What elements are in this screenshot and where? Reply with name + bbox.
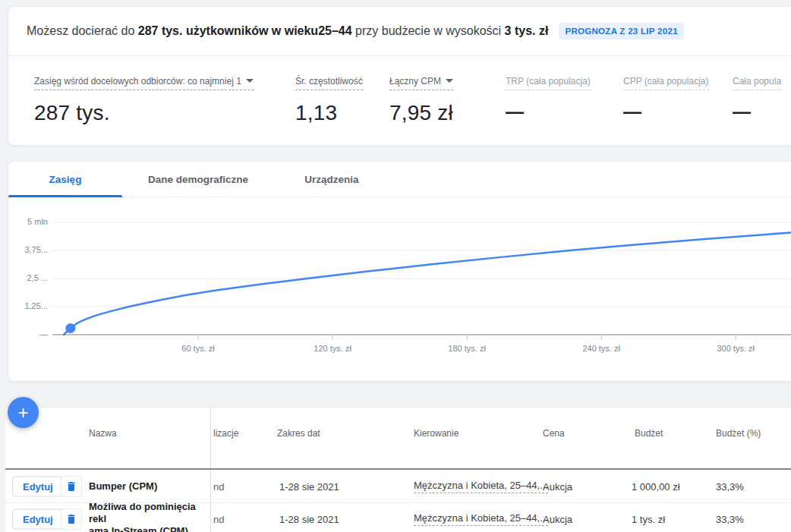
metric-population: Cała popula — bbox=[733, 74, 781, 122]
y-tick-label: 2,5 ... bbox=[8, 273, 48, 282]
forecast-summary-card: Możesz docierać do 287 tys. użytkowników… bbox=[8, 6, 791, 146]
metric-cpp: CPP (cała populacja) — bbox=[623, 74, 709, 122]
headline-text: Możesz docierać do bbox=[27, 24, 138, 37]
table-row: Edytuj Bumper (CPM) nd 1-28 sie 2021 Męż… bbox=[5, 470, 791, 502]
card-divider bbox=[8, 55, 791, 56]
column-header-targeting: Kierowanie bbox=[414, 428, 459, 439]
delete-button[interactable] bbox=[61, 476, 82, 497]
y-tick-label: 1,25... bbox=[8, 301, 48, 310]
metric-reach: Zasięg wśród docelowych odbiorców: co na… bbox=[34, 74, 254, 125]
metric-cpm-value: 7,95 zł bbox=[389, 101, 453, 125]
metric-population-label: Cała popula bbox=[733, 76, 781, 90]
metric-trp: TRP (cała populacja) — bbox=[506, 74, 591, 122]
metric-cpp-label: CPP (cała populacja) bbox=[623, 76, 709, 90]
metric-label: Łączny CPM bbox=[389, 76, 441, 87]
line-item-targeting[interactable]: Mężczyzna i Kobieta, 25–44,... bbox=[414, 480, 548, 493]
metric-cpm: Łączny CPM 7,95 zł bbox=[389, 74, 453, 125]
add-icon: + bbox=[17, 402, 28, 423]
chevron-down-icon bbox=[446, 79, 453, 83]
line-item-budget-pct: 33,3% bbox=[716, 480, 744, 492]
metric-frequency-label: Śr. częstotliwość bbox=[295, 76, 363, 90]
forecast-headline-row: Możesz docierać do 287 tys. użytkowników… bbox=[27, 22, 784, 40]
edit-button[interactable]: Edytuj bbox=[12, 476, 64, 496]
metric-label: Zasięg wśród docelowych odbiorców: co na… bbox=[34, 76, 241, 87]
forecast-headline: Możesz docierać do 287 tys. użytkowników… bbox=[27, 22, 548, 40]
line-item-dates: 1-28 sie 2021 bbox=[279, 480, 339, 492]
reach-curve bbox=[64, 232, 791, 335]
metric-reach-label-dropdown[interactable]: Zasięg wśród docelowych odbiorców: co na… bbox=[34, 76, 254, 90]
x-tick-label: 240 tys. zł bbox=[559, 344, 643, 353]
column-header-name: Nazwa bbox=[89, 428, 117, 439]
y-tick-label: 5 mln bbox=[8, 217, 48, 226]
y-tick-label: 3,75... bbox=[8, 245, 48, 254]
column-header-budget-pct: Budżet (%) bbox=[716, 428, 761, 439]
x-tick-label: 300 tys. zł bbox=[694, 344, 777, 353]
headline-reach-value: 287 tys. użytkowników w wieku25–44 bbox=[138, 24, 352, 37]
metric-trp-label: TRP (cała populacja) bbox=[506, 76, 591, 90]
chevron-down-icon bbox=[246, 79, 254, 83]
metric-cpp-value: — bbox=[623, 101, 709, 122]
column-header-budget: Budżet bbox=[635, 428, 663, 439]
line-items-table: Nazwa lizacje Zakres dat Kierowanie Cena… bbox=[5, 407, 791, 532]
x-tick-label: 60 tys. zł bbox=[156, 344, 240, 353]
line-item-budget-pct: 33,3% bbox=[716, 514, 744, 525]
column-header-locations: lizacje bbox=[213, 428, 238, 439]
metric-cpm-label-dropdown[interactable]: Łączny CPM bbox=[389, 76, 453, 90]
trash-icon bbox=[65, 513, 77, 525]
line-item-budget: 1 tys. zł bbox=[632, 514, 665, 525]
headline-budget-value: 3 tys. zł bbox=[505, 24, 549, 37]
line-item-dates: 1-28 sie 2021 bbox=[279, 514, 339, 525]
trash-icon bbox=[65, 480, 77, 493]
metric-frequency-value: 1,13 bbox=[295, 101, 363, 125]
line-item-targeting[interactable]: Mężczyzna i Kobieta, 25–44,... bbox=[414, 512, 548, 526]
reach-chart-card: Zasięg Dane demograficzne Urządzenia 5 m… bbox=[8, 161, 791, 382]
line-item-name: Możliwa do pominięcia rekl ama In-Stream… bbox=[89, 501, 203, 532]
metric-trp-value: — bbox=[506, 101, 591, 122]
line-item-locations: nd bbox=[213, 514, 224, 525]
edit-button[interactable]: Edytuj bbox=[12, 509, 64, 530]
line-item-price: Aukcja bbox=[543, 514, 572, 525]
x-tick-label: 120 tys. zł bbox=[291, 344, 374, 353]
column-header-dates: Zakres dat bbox=[277, 428, 320, 439]
line-item-locations: nd bbox=[213, 480, 224, 492]
line-item-name: Bumper (CPM) bbox=[89, 480, 203, 493]
column-header-price: Cena bbox=[543, 428, 565, 439]
reach-curve-chart bbox=[8, 162, 791, 381]
budget-marker-dot[interactable] bbox=[65, 323, 75, 333]
line-item-price: Aukcja bbox=[543, 480, 572, 492]
table-row: Edytuj Możliwa do pominięcia rekl ama In… bbox=[5, 502, 791, 532]
delete-button[interactable] bbox=[61, 508, 82, 530]
y-tick-label: — bbox=[8, 329, 48, 338]
metric-population-value: — bbox=[733, 101, 781, 122]
headline-text: przy budżecie w wysokości bbox=[352, 24, 505, 37]
x-tick-label: 180 tys. zł bbox=[425, 344, 509, 353]
forecast-date-badge: PROGNOZA Z 23 LIP 2021 bbox=[559, 23, 683, 39]
line-item-budget: 1 000,00 zł bbox=[632, 480, 680, 492]
add-line-item-button[interactable]: + bbox=[8, 397, 39, 428]
metric-reach-value: 287 tys. bbox=[34, 101, 254, 125]
metric-frequency: Śr. częstotliwość 1,13 bbox=[295, 74, 363, 125]
